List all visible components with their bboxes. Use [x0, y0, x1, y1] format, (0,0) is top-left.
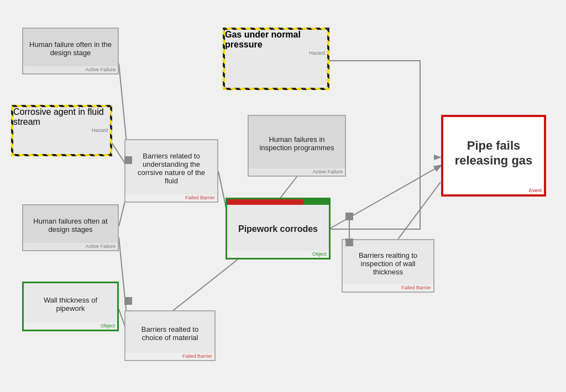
node-barriers-material[interactable]: Barriers realted to choice of material F… — [124, 310, 216, 361]
node-pipework-status-green — [303, 199, 329, 205]
node-gas-pressure[interactable]: Gas under normal pressure Hazard — [223, 28, 329, 90]
node-gas-pressure-text: Gas under normal pressure — [225, 30, 327, 50]
node-wall-thickness[interactable]: Wall thickness of pipework Object — [22, 282, 119, 331]
node-corrosive-agent[interactable]: Corrosive agent in fluid stream Hazard — [11, 105, 112, 156]
node-barriers-inspection-label: Failed Barrier — [343, 284, 433, 292]
node-pipework-status-bar — [227, 199, 329, 205]
node-human-failures-inspection[interactable]: Human failures in inspection programmes … — [248, 115, 346, 177]
node-human-failures-inspection-label: Active Failure — [249, 168, 345, 176]
node-pipework-corrodes[interactable]: Pipework corrodes Object — [226, 198, 331, 259]
node-barriers-corrosive[interactable]: Barriers related to understanding the co… — [124, 139, 218, 203]
node-human-failures-design2[interactable]: Human failures often at design stages Ac… — [22, 204, 119, 251]
node-corrosive-agent-label: Hazard — [13, 127, 110, 134]
svg-line-6 — [171, 259, 238, 312]
node-pipework-corrodes-label: Object — [227, 251, 329, 258]
svg-marker-11 — [434, 155, 442, 160]
diagram-container: Human failure often in the design stage … — [0, 0, 566, 392]
node-pipework-status-red — [227, 199, 303, 205]
node-human-failures-inspection-text: Human failures in inspection programmes — [249, 116, 345, 168]
node-pipework-corrodes-text: Pipework corrodes — [227, 205, 329, 251]
connector-2 — [124, 297, 132, 305]
node-human-failures-design2-text: Human failures often at design stages — [23, 205, 118, 243]
node-pipe-fails[interactable]: Pipe fails releasing gas Event — [441, 115, 546, 197]
node-barriers-material-label: Failed Barrier — [125, 353, 214, 360]
node-barriers-material-text: Barriers realted to choice of material — [125, 311, 214, 353]
node-human-failure-design[interactable]: Human failure often in the design stage … — [22, 28, 119, 75]
node-corrosive-agent-text: Corrosive agent in fluid stream — [13, 107, 110, 127]
node-barriers-corrosive-label: Failed Barrier — [125, 194, 217, 202]
node-human-failure-design-text: Human failure often in the design stage — [23, 29, 118, 66]
node-pipe-fails-label: Event — [443, 187, 544, 194]
node-barriers-inspection[interactable]: Barriers realting to inspection of wall … — [342, 239, 434, 293]
node-human-failure-design-label: Active Failure — [23, 66, 118, 73]
node-wall-thickness-text: Wall thickness of pipework — [24, 283, 117, 322]
node-gas-pressure-label: Hazard — [225, 50, 327, 57]
node-wall-thickness-label: Object — [24, 322, 117, 330]
arrow-to-pipe-fails — [434, 152, 444, 163]
node-barriers-corrosive-text: Barriers related to understanding the co… — [125, 140, 217, 194]
node-barriers-inspection-text: Barriers realting to inspection of wall … — [343, 240, 433, 284]
node-human-failures-design2-label: Active Failure — [23, 243, 118, 250]
node-pipe-fails-text: Pipe fails releasing gas — [443, 117, 544, 187]
connector-3 — [345, 213, 353, 220]
connector-1 — [124, 156, 132, 164]
connector-4 — [345, 239, 353, 246]
